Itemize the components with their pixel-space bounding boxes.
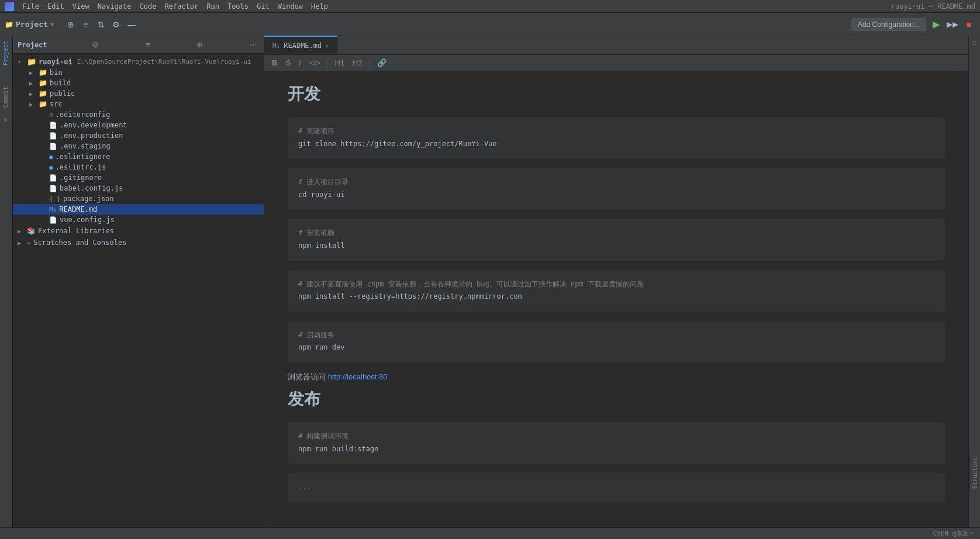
vtab-commit[interactable]: Commit <box>0 82 11 112</box>
root-arrow-icon: ▾ <box>18 58 25 65</box>
browser-text: 浏览器访问 http://localhost:80 <box>288 372 945 382</box>
toolbar-sep-1 <box>327 58 327 68</box>
cd-cmd: cd ruoyi-ui <box>298 189 934 202</box>
clone-cmd: git clone https://gitee.com/y_project/Ru… <box>298 138 934 151</box>
public-label: public <box>50 89 75 98</box>
vtab-structure[interactable]: ❊ <box>0 112 11 128</box>
cd-comment: # 进入项目目录 <box>298 176 934 189</box>
vtab-structure-right[interactable]: Structure <box>972 457 978 489</box>
main-toolbar: 📁 Project ▾ ⊕ ≡ ⇅ ⚙ — Add Configuration.… <box>0 13 980 36</box>
menu-code[interactable]: Code <box>136 1 160 12</box>
tree-item-packagejson[interactable]: { } package.json <box>13 194 264 204</box>
project-actions: ⊕ ≡ ⇅ ⚙ — <box>64 18 138 31</box>
build-stage-comment: # 构建测试环境 <box>298 430 934 443</box>
build-label: build <box>50 79 71 87</box>
code-block-build-stage: # 构建测试环境 npm run build:stage <box>288 422 945 464</box>
tree-item-env-prod[interactable]: 📄 .env.production <box>13 130 264 141</box>
bold-button[interactable]: B <box>269 57 280 68</box>
code-button[interactable]: </> <box>306 57 323 68</box>
run-button[interactable]: ▶ <box>930 18 943 31</box>
gear2-button[interactable]: — <box>125 18 138 31</box>
section2-heading: 发布 <box>288 388 945 410</box>
stop-button[interactable]: ■ <box>962 18 975 31</box>
tree-item-env-staging[interactable]: 📄 .env.staging <box>13 141 264 151</box>
strikethrough-button[interactable]: S <box>282 57 294 68</box>
code-block-cd: # 进入项目目录 cd ruoyi-ui <box>288 168 945 209</box>
panel-sync-btn[interactable]: ⊕ <box>195 39 205 50</box>
root-path: E:\OpenSourceProject\RuoYi\RuoYi-Vue\ruo… <box>77 58 251 65</box>
readme-label: README.md <box>59 205 97 213</box>
code-block-more: ... <box>288 473 945 502</box>
menu-window[interactable]: Window <box>274 1 306 12</box>
tab-close-readme[interactable]: ✕ <box>325 43 329 49</box>
code-block-dev: # 启动服务 npm run dev <box>288 321 945 362</box>
root-label: ruoyi-ui <box>39 58 73 66</box>
h1-button[interactable]: H1 <box>332 57 347 68</box>
menu-navigate[interactable]: Navigate <box>94 1 135 12</box>
dev-comment: # 启动服务 <box>298 329 934 342</box>
tree-item-build[interactable]: ▶ 📁 build <box>13 78 264 88</box>
vueconfig-icon: 📄 <box>49 216 57 224</box>
editor-content[interactable]: 开发 # 克隆项目 git clone https://gitee.com/y_… <box>264 71 968 527</box>
tree-item-eslintignore[interactable]: ● .eslintignore <box>13 151 264 162</box>
tree-item-public[interactable]: ▶ 📁 public <box>13 88 264 99</box>
tree-item-babel[interactable]: 📄 babel.config.js <box>13 183 264 194</box>
menu-bar: File Edit View Navigate Code Refactor Ru… <box>0 0 980 13</box>
babel-label: babel.config.js <box>60 184 123 192</box>
menu-tools[interactable]: Tools <box>224 1 252 12</box>
tree-root[interactable]: ▾ 📁 ruoyi-ui E:\OpenSourceProject\RuoYi\… <box>13 56 264 67</box>
expand-button[interactable]: ⇅ <box>95 18 108 31</box>
more-indicator: ... <box>298 481 934 494</box>
tree-item-vueconfig[interactable]: 📄 vue.config.js <box>13 215 264 225</box>
project-dropdown-icon[interactable]: ▾ <box>50 20 55 29</box>
settings-button[interactable]: ⚙ <box>110 18 123 31</box>
scratches-icon: ✏ <box>27 239 31 247</box>
panel-title: Project <box>18 41 47 49</box>
vueconfig-label: vue.config.js <box>60 216 115 224</box>
vtab-project[interactable]: Project <box>0 36 11 70</box>
install-comment: # 安装依赖 <box>298 227 934 240</box>
sync-button[interactable]: ⊕ <box>64 18 77 31</box>
readme-icon: M↓ <box>49 206 57 213</box>
run2-button[interactable]: ▶▶ <box>946 18 959 31</box>
menu-refactor[interactable]: Refactor <box>161 1 202 12</box>
tab-readme-icon: M↓ <box>272 42 280 50</box>
scratches-arrow: ▶ <box>18 240 25 246</box>
tree-item-eslintrc[interactable]: ● .eslintrc.js <box>13 162 264 172</box>
toolbar-sep-2 <box>370 58 370 68</box>
env-dev-icon: 📄 <box>49 122 57 129</box>
panel-more-btn[interactable]: ⋯ <box>248 39 259 50</box>
tree-scratches[interactable]: ▶ ✏ Scratches and Consoles <box>13 237 264 248</box>
editor-tab-readme[interactable]: M↓ README.md ✕ <box>264 36 337 54</box>
tree-external-libraries[interactable]: ▶ 📚 External Libraries <box>13 225 264 237</box>
menu-run[interactable]: Run <box>203 1 223 12</box>
browser-link[interactable]: http://localhost:80 <box>328 372 388 381</box>
menu-help[interactable]: Help <box>308 1 332 12</box>
install-cmd: npm install <box>298 240 934 253</box>
tree-item-gitignore[interactable]: 📄 .gitignore <box>13 172 264 183</box>
bin-arrow: ▶ <box>29 70 36 76</box>
tree-item-bin[interactable]: ▶ 📁 bin <box>13 67 264 78</box>
root-folder-icon: 📁 <box>27 57 36 66</box>
menu-git[interactable]: Git <box>253 1 273 12</box>
editor-area: M↓ README.md ✕ B S I </> H1 H2 🔗 开发 # 克隆… <box>264 36 968 527</box>
tree-item-env-dev[interactable]: 📄 .env.development <box>13 120 264 130</box>
h2-button[interactable]: H2 <box>350 57 365 68</box>
panel-settings-btn[interactable]: ⚙ <box>90 39 101 50</box>
collapse-button[interactable]: ≡ <box>80 18 92 31</box>
tree-item-readme[interactable]: M↓ README.md <box>13 204 264 215</box>
env-prod-label: .env.production <box>60 132 123 140</box>
add-configuration-button[interactable]: Add Configuration... <box>851 18 926 31</box>
italic-button[interactable]: I <box>296 57 304 68</box>
env-staging-label: .env.staging <box>60 142 111 150</box>
project-label: Project <box>16 20 48 29</box>
menu-view[interactable]: View <box>69 1 93 12</box>
menu-edit[interactable]: Edit <box>44 1 68 12</box>
panel-collapse-btn[interactable]: ≡ <box>144 39 152 50</box>
tree-item-editorconfig[interactable]: ⚙ .editorconfig <box>13 109 264 120</box>
code-block-install: # 安装依赖 npm install <box>288 219 945 260</box>
menu-file[interactable]: File <box>19 1 43 12</box>
tree-item-src[interactable]: ▶ 📁 src <box>13 99 264 109</box>
eslintignore-icon: ● <box>49 153 53 161</box>
link-button[interactable]: 🔗 <box>374 57 389 68</box>
